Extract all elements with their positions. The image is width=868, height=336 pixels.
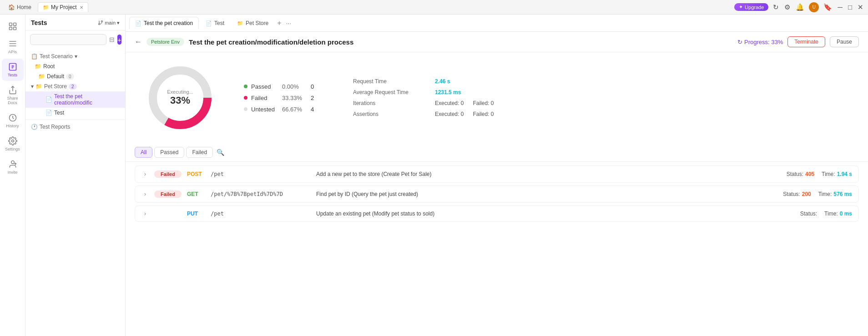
refresh-button[interactable]: ↻	[772, 2, 780, 12]
status-code: Status: 200	[783, 191, 811, 197]
terminate-button[interactable]: Terminate	[787, 36, 825, 47]
content-tab-test[interactable]: 📄 Test	[200, 17, 230, 29]
stats-area: Executing... 33% Passed 0.00% 0 Failed 3…	[126, 52, 868, 143]
sidebar-invite-label: Invite	[8, 170, 18, 175]
result-path: /pet	[211, 211, 311, 217]
donut-percent-text: 33%	[167, 95, 193, 106]
tab-project[interactable]: 📁 My Project ✕	[38, 2, 88, 12]
tree-test-item-label: Test the pet creation/modific	[54, 93, 120, 106]
filter-button[interactable]: ⊟	[109, 36, 115, 43]
pet-store-chevron-icon: ▾	[31, 83, 34, 90]
svg-point-6	[11, 140, 14, 142]
sidebar-item-history[interactable]: History	[2, 110, 24, 132]
untested-dot	[244, 107, 247, 111]
test-icon: 📄	[45, 110, 52, 116]
filter-all-tab[interactable]: All	[135, 147, 152, 158]
project-icon: 📁	[43, 5, 49, 10]
tree: 📋 Test Scenario ▾ 📁 Root 📁 Default 0 ▾ 📁…	[25, 49, 125, 336]
tab-close-icon[interactable]: ✕	[80, 5, 83, 10]
sidebar-item-tests[interactable]: Tests	[2, 59, 24, 81]
top-bar: 🏠 Home 📁 My Project ✕ ✦ Upgrade ↻ ⚙ 🔔 U …	[0, 0, 868, 15]
request-time-label: Request Time	[353, 78, 421, 85]
time-value-text: 1.94 s	[837, 171, 852, 177]
content-header-left: ← Petstore Env Test the pet creation/mod…	[135, 38, 353, 46]
donut-executing-text: Executing...	[167, 89, 193, 95]
table-row[interactable]: › Failed POST /pet Add a new pet to the …	[135, 165, 859, 183]
sidebar-item-settings[interactable]: Settings	[2, 133, 24, 155]
main-layout: APIs Tests Share Docs History Settings I…	[0, 15, 868, 336]
iterations-failed: Failed: 0	[473, 100, 494, 106]
tree-test[interactable]: 📄 Test	[25, 108, 125, 118]
avg-request-time-value: 1231.5 ms	[435, 89, 471, 95]
filter-failed-tab[interactable]: Failed	[186, 147, 213, 158]
tree-test-item[interactable]: 📄 Test the pet creation/modific	[25, 91, 125, 108]
search-input[interactable]	[30, 34, 106, 45]
status-badge: Failed	[154, 171, 182, 178]
result-path: /pet/%7B%7BpetId%7D%7D	[211, 191, 311, 197]
tree-root[interactable]: 📁 Root	[25, 61, 125, 71]
svg-rect-0	[9, 23, 12, 26]
bell-button[interactable]: 🔔	[795, 2, 805, 12]
result-search-button[interactable]: 🔍	[217, 149, 224, 156]
tree-default[interactable]: 📁 Default 0	[25, 71, 125, 81]
sidebar-item-home[interactable]	[2, 18, 24, 35]
content-tab-pet-store[interactable]: 📁 Pet Store	[231, 17, 274, 29]
request-time-value: 2.46 s	[435, 78, 471, 85]
minimize-button[interactable]: ─	[837, 2, 843, 12]
tab-project-label: My Project	[51, 4, 77, 10]
failed-label: Failed	[251, 95, 278, 101]
tab-pet-store-icon: 📁	[237, 20, 243, 26]
row-expand-button[interactable]: ›	[141, 191, 149, 197]
tab-bar: 📄 Test the pet creation 📄 Test 📁 Pet Sto…	[126, 15, 868, 32]
tree-pet-store-header[interactable]: ▾ 📁 Pet Store 2	[25, 81, 125, 91]
content-tab-test-pet[interactable]: 📄 Test the pet creation	[129, 17, 199, 29]
sidebar-item-invite[interactable]: Invite	[2, 156, 24, 178]
pet-store-folder-icon: 📁	[35, 83, 42, 90]
iterations-label: Iterations	[353, 100, 421, 106]
test-item-icon: 📄	[45, 96, 52, 103]
settings-button[interactable]: ⚙	[783, 2, 791, 12]
tree-scenario-header[interactable]: 📋 Test Scenario ▾	[25, 51, 125, 61]
sidebar-share-docs-label: Share Docs	[5, 96, 21, 105]
table-row[interactable]: › PUT /pet Update an existing pet (Modif…	[135, 206, 859, 222]
close-button[interactable]: ✕	[857, 2, 864, 12]
branch-button[interactable]: main ▾	[98, 20, 120, 26]
status-code-value: 405	[805, 171, 814, 177]
bookmark-button[interactable]: 🔖	[823, 2, 833, 12]
env-badge: Petstore Env	[146, 38, 184, 46]
root-icon: 📁	[35, 63, 41, 70]
branch-label: main	[105, 20, 116, 25]
svg-point-11	[101, 21, 103, 22]
left-panel: Tests main ▾ ⊟ + 📋 Test Scenario ▾ 📁	[25, 15, 126, 336]
tab-more-button[interactable]: ···	[284, 18, 293, 29]
sidebar-item-share-docs[interactable]: Share Docs	[2, 82, 24, 109]
upgrade-button[interactable]: ✦ Upgrade	[734, 3, 768, 11]
tree-reports[interactable]: 🕐 Test Reports	[25, 122, 125, 132]
untested-count: 4	[311, 106, 314, 113]
legend: Passed 0.00% 0 Failed 33.33% 2 Untested …	[244, 83, 326, 113]
left-panel-actions: main ▾	[98, 20, 120, 26]
tab-add-button[interactable]: +	[275, 17, 283, 29]
scenario-folder-icon: 📋	[31, 53, 38, 60]
content-tab-test-label: Test	[214, 20, 224, 26]
back-button[interactable]: ←	[135, 38, 142, 46]
avatar[interactable]: U	[809, 2, 819, 12]
row-expand-button[interactable]: ›	[141, 171, 149, 177]
top-bar-right: ✦ Upgrade ↻ ⚙ 🔔 U 🔖 ─ □ ✕	[734, 2, 864, 12]
result-meta: Status: 200 Time: 576 ms	[783, 191, 852, 197]
add-button[interactable]: +	[117, 35, 121, 45]
branch-chevron-icon: ▾	[117, 20, 120, 26]
spinner-icon: ↻	[737, 39, 742, 45]
pause-button[interactable]: Pause	[830, 36, 859, 47]
row-expand-button[interactable]: ›	[141, 211, 149, 217]
table-row[interactable]: › Failed GET /pet/%7B%7BpetId%7D%7D Find…	[135, 186, 859, 203]
content-title: Test the pet creation/modification/delet…	[189, 38, 353, 46]
filter-passed-tab[interactable]: Passed	[154, 147, 184, 158]
assertions-label: Assertions	[353, 111, 421, 117]
assertions-sub: Executed: 0 Failed: 0	[435, 111, 494, 117]
tab-home[interactable]: 🏠 Home	[4, 3, 36, 12]
sidebar-item-apis[interactable]: APIs	[2, 35, 24, 58]
maximize-button[interactable]: □	[847, 2, 853, 12]
passed-label: Passed	[251, 83, 278, 90]
status-code-value: 200	[802, 191, 811, 197]
